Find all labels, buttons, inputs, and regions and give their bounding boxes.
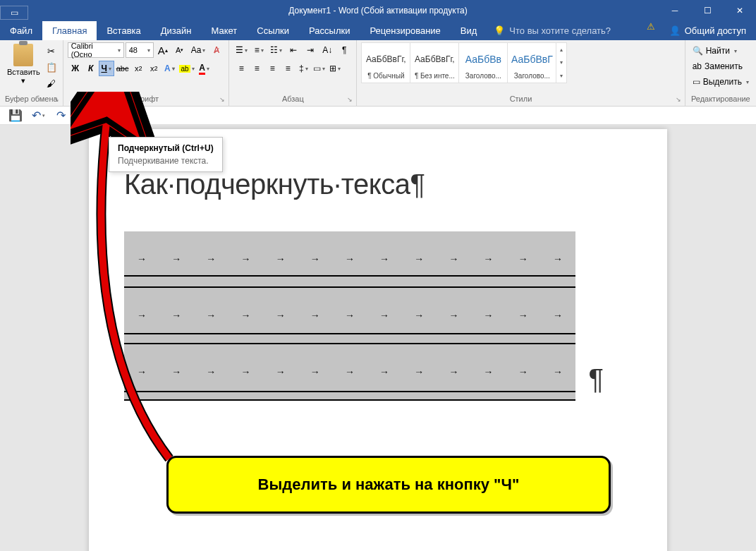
tab-view[interactable]: Вид	[451, 21, 487, 40]
tab-mailings[interactable]: Рассылки	[299, 21, 360, 40]
tooltip-title: Подчеркнутый (Ctrl+U)	[118, 143, 214, 153]
clipboard-icon	[13, 44, 33, 66]
strikethrough-button[interactable]: abc	[114, 61, 131, 76]
search-icon: 🔍	[693, 46, 703, 56]
tooltip-description: Подчеркивание текста.	[118, 156, 214, 166]
copy-button[interactable]: 📋	[44, 60, 59, 74]
style-normal[interactable]: АаБбВвГг,¶ Обычный	[361, 42, 410, 83]
share-button[interactable]: 👤 Общий доступ	[659, 21, 756, 40]
ribbon-display-options-icon[interactable]: ▭	[0, 6, 28, 20]
group-label: Буфер обмена	[4, 93, 59, 104]
show-marks-button[interactable]: ¶	[336, 42, 352, 58]
cut-button[interactable]: ✂	[44, 44, 59, 58]
warning-icon: ⚠	[647, 21, 655, 40]
subscript-button[interactable]: x2	[130, 61, 146, 76]
undo-button[interactable]: ↶▾	[30, 108, 47, 123]
styles-more-button[interactable]: ▴▾▾	[556, 42, 567, 83]
grow-font-button[interactable]: A▴	[155, 42, 171, 58]
dialog-launcher-icon[interactable]: ↘	[346, 95, 354, 104]
bullets-button[interactable]: ☰▾	[233, 42, 250, 58]
paste-button[interactable]: Вставить▾	[4, 42, 43, 86]
annotation-callout: Выделить и нажать на кнопку "Ч"	[166, 456, 611, 514]
shrink-font-button[interactable]: A▾	[172, 42, 188, 58]
format-painter-button[interactable]: 🖌	[44, 76, 59, 90]
maximize-button[interactable]: ☐	[691, 0, 724, 21]
align-right-button[interactable]: ≡	[264, 61, 280, 76]
tab-layout[interactable]: Макет	[201, 21, 247, 40]
superscript-button[interactable]: x2	[146, 61, 161, 76]
dialog-launcher-icon[interactable]: ↘	[52, 95, 61, 104]
font-color-button[interactable]: A▾	[197, 61, 212, 76]
group-label: Шрифт	[68, 93, 225, 104]
group-styles: АаБбВвГг,¶ Обычный АаБбВвГг,¶ Без инте..…	[357, 40, 685, 106]
window-title: Документ1 - Word (Сбой активации продукт…	[288, 6, 467, 16]
align-center-button[interactable]: ≡	[249, 61, 264, 76]
change-case-button[interactable]: Aa▾	[189, 42, 208, 58]
tab-design[interactable]: Дизайн	[151, 21, 202, 40]
tab-file[interactable]: Файл	[0, 21, 42, 40]
tab-review[interactable]: Рецензирование	[360, 21, 450, 40]
group-font: Calibri (Осно▾ 48▾ A▴ A▾ Aa▾ A̷ Ж К Ч▾ a…	[63, 40, 230, 106]
table-row[interactable]: →→→→→→→→→→→→→	[124, 344, 575, 401]
redo-button[interactable]: ↷	[52, 108, 69, 123]
tab-home[interactable]: Главная	[42, 21, 97, 40]
dialog-launcher-icon[interactable]: ↘	[674, 95, 683, 104]
clear-formatting-button[interactable]: A̷	[209, 42, 224, 58]
person-icon: 👤	[669, 25, 681, 36]
close-button[interactable]: ✕	[724, 0, 756, 21]
replace-button[interactable]: abЗаменить	[690, 59, 752, 73]
group-editing: 🔍Найти▾ abЗаменить ▭Выделить▾ Редактиров…	[685, 40, 756, 106]
save-button[interactable]: 💾	[7, 108, 24, 123]
font-name-combo[interactable]: Calibri (Осно▾	[68, 42, 124, 58]
document-heading[interactable]: Как·подчеркнуть·текса¶	[124, 169, 632, 200]
style-heading2[interactable]: АаБбВвГЗаголово...	[507, 42, 556, 83]
replace-icon: ab	[693, 61, 702, 71]
style-heading1[interactable]: АаБбВвЗаголово...	[458, 42, 508, 83]
underline-button[interactable]: Ч▾	[99, 61, 114, 76]
minimize-button[interactable]: ─	[659, 0, 691, 21]
increase-indent-button[interactable]: ⇥	[303, 42, 318, 58]
numbering-button[interactable]: ≡▾	[251, 42, 267, 58]
shading-button[interactable]: ▭▾	[311, 61, 327, 76]
justify-button[interactable]: ≡	[280, 61, 295, 76]
tell-me-search[interactable]: 💡 Что вы хотите сделать?	[487, 21, 646, 40]
quick-access-toolbar: 💾 ↶▾ ↷	[0, 107, 756, 125]
title-bar: Документ1 - Word (Сбой активации продукт…	[0, 0, 756, 21]
ribbon-tabs: Файл Главная Вставка Дизайн Макет Ссылки…	[0, 21, 756, 40]
style-no-spacing[interactable]: АаБбВвГг,¶ Без инте...	[410, 42, 459, 83]
highlight-button[interactable]: ab▾	[177, 61, 196, 76]
line-spacing-button[interactable]: ‡▾	[295, 61, 311, 76]
group-paragraph: ☰▾ ≡▾ ☷▾ ⇤ ⇥ A↓ ¶ ≡ ≡ ≡ ≡ ‡▾ ▭▾ ⊞▾ Абзац…	[229, 40, 357, 106]
tab-insert[interactable]: Вставка	[97, 21, 150, 40]
dialog-launcher-icon[interactable]: ↘	[218, 95, 226, 104]
group-label: Абзац	[233, 93, 352, 104]
align-left-button[interactable]: ≡	[233, 61, 249, 76]
select-button[interactable]: ▭Выделить▾	[690, 75, 752, 89]
group-label: Стили	[361, 93, 680, 104]
decrease-indent-button[interactable]: ⇤	[286, 42, 301, 58]
borders-button[interactable]: ⊞▾	[327, 61, 343, 76]
text-effects-button[interactable]: A▾	[161, 61, 177, 76]
ribbon: Вставить▾ ✂ 📋 🖌 Буфер обмена ↘ Calibri (…	[0, 40, 756, 107]
font-size-combo[interactable]: 48▾	[126, 42, 154, 58]
bold-button[interactable]: Ж	[68, 61, 83, 76]
table-row[interactable]: →→→→→→→→→→→→→	[124, 231, 575, 288]
table-row[interactable]: →→→→→→→→→→→→→	[124, 288, 575, 344]
document-table[interactable]: →→→→→→→→→→→→→ →→→→→→→→→→→→→ →→→→→→→→→→→→…	[124, 231, 575, 401]
find-button[interactable]: 🔍Найти▾	[690, 44, 752, 58]
pilcrow-icon: ¶	[589, 363, 604, 395]
multilevel-button[interactable]: ☷▾	[268, 42, 284, 58]
tab-references[interactable]: Ссылки	[247, 21, 299, 40]
group-clipboard: Вставить▾ ✂ 📋 🖌 Буфер обмена ↘	[0, 40, 63, 106]
tooltip: Подчеркнутый (Ctrl+U) Подчеркивание текс…	[109, 137, 223, 172]
cursor-icon: ▭	[693, 77, 700, 87]
italic-button[interactable]: К	[83, 61, 99, 76]
lightbulb-icon: 💡	[494, 25, 505, 36]
group-label: Редактирование	[690, 93, 752, 104]
sort-button[interactable]: A↓	[319, 42, 335, 58]
